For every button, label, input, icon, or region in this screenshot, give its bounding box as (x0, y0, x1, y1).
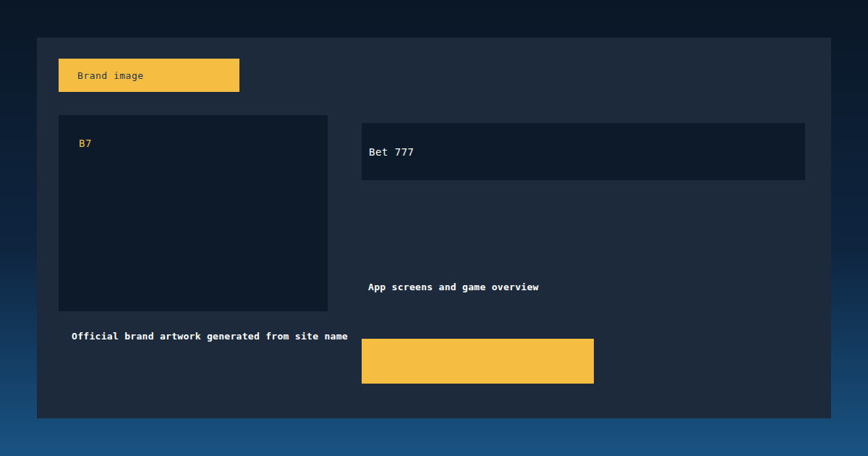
brand-monogram: B7 (79, 138, 92, 149)
brand-image-badge-label: Brand image (77, 70, 144, 81)
site-title: Bet 777 (369, 146, 414, 158)
brand-image-badge: Brand image (59, 59, 239, 92)
brand-artwork-panel: B7 (59, 115, 328, 311)
og-preview-canvas: Brand image B7 Official brand artwork ge… (0, 0, 868, 456)
cta-placeholder-button[interactable] (362, 339, 594, 384)
site-title-panel: Bet 777 (362, 123, 805, 180)
app-screens-caption: App screens and game overview (368, 282, 539, 292)
artwork-caption: Official brand artwork generated from si… (72, 331, 348, 342)
preview-card: Brand image B7 Official brand artwork ge… (37, 38, 831, 418)
